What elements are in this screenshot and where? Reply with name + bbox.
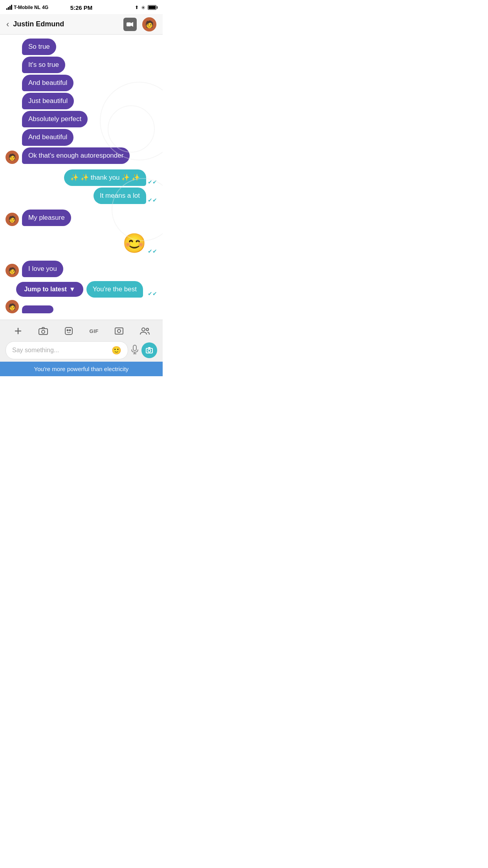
back-button[interactable]: ‹: [6, 19, 9, 29]
people-button[interactable]: [138, 324, 152, 338]
message-bubble: And beautiful: [22, 129, 73, 145]
input-row: Say something... 🙂: [6, 341, 157, 359]
message-bubble: Absolutely perfect: [22, 111, 88, 127]
bluetooth-icon: ✳: [141, 5, 145, 11]
chevron-down-icon: ▼: [69, 286, 75, 293]
message-bubble: And beautiful: [22, 75, 73, 91]
jump-to-latest-button[interactable]: Jump to latest ▼: [16, 282, 83, 297]
contact-avatar-small: 🧑: [6, 300, 19, 313]
svg-point-8: [69, 330, 70, 331]
status-bar: T-Mobile NL 4G 5:26 PM ⬆ ✳: [0, 0, 163, 14]
photo-button[interactable]: [112, 324, 126, 338]
contact-avatar-small: 🧑: [6, 151, 19, 164]
contact-avatar[interactable]: 🧑: [142, 17, 156, 31]
video-call-button[interactable]: [123, 18, 137, 31]
jump-latest-label: Jump to latest: [24, 286, 66, 293]
location-icon: ⬆: [135, 5, 139, 10]
banner-text: You're more powerful than electricity: [34, 366, 129, 372]
chat-title: Justin Edmund: [13, 20, 123, 28]
read-receipt-icon: ✔✔: [148, 291, 157, 297]
svg-point-12: [146, 328, 149, 331]
chat-area: So true It's so true And beautiful Just …: [0, 35, 163, 320]
message-bubble: Just beautiful: [22, 93, 74, 109]
message-bubble: My pleasure: [22, 210, 71, 226]
status-left: T-Mobile NL 4G: [6, 5, 48, 10]
svg-marker-1: [131, 22, 133, 27]
svg-point-11: [142, 328, 145, 331]
msg-row: So true: [6, 39, 157, 55]
svg-point-7: [67, 330, 68, 331]
svg-rect-6: [65, 327, 72, 335]
message-bubble: So true: [22, 39, 56, 55]
svg-rect-13: [133, 345, 136, 351]
battery-indicator: [148, 5, 156, 10]
msg-row: 🧑 I love you: [6, 261, 157, 277]
input-placeholder: Say something...: [12, 347, 110, 354]
camera-send-button[interactable]: [141, 342, 157, 358]
message-input[interactable]: Say something... 🙂: [6, 341, 128, 359]
contact-avatar-small: 🧑: [6, 264, 19, 277]
message-bubble: You're the best: [86, 281, 143, 298]
status-right: ⬆ ✳: [135, 5, 156, 11]
svg-point-10: [117, 329, 121, 333]
add-button[interactable]: [11, 324, 25, 338]
battery-fill: [149, 6, 156, 9]
svg-rect-9: [115, 328, 123, 334]
gif-button[interactable]: GIF: [87, 324, 101, 338]
message-toolbar: GIF Say something... 🙂: [0, 320, 163, 362]
signal-bars: [6, 5, 12, 10]
bottom-banner: You're more powerful than electricity: [0, 362, 163, 376]
read-receipt-icon: ✔✔: [148, 248, 157, 254]
chat-header: ‹ Justin Edmund 🧑: [0, 14, 163, 35]
network-label: 4G: [42, 5, 48, 10]
microphone-button[interactable]: [131, 345, 138, 356]
toolbar-icons: GIF: [6, 324, 157, 338]
message-bubble: I love you: [22, 261, 63, 277]
svg-rect-0: [127, 22, 131, 26]
camera-button[interactable]: [36, 324, 50, 338]
gif-label: GIF: [90, 328, 99, 334]
msg-row: 🧑: [6, 300, 157, 313]
svg-point-17: [148, 349, 151, 352]
svg-point-5: [42, 330, 45, 333]
jump-latest-row: Jump to latest ▼ You're the best ✔✔: [6, 281, 157, 298]
header-icons: 🧑: [123, 17, 156, 31]
message-bubble: [22, 305, 53, 313]
carrier-label: T-Mobile NL: [14, 5, 40, 10]
sticker-button[interactable]: [62, 324, 76, 338]
contact-avatar-small: 🧑: [6, 213, 19, 226]
status-time: 5:26 PM: [70, 4, 93, 11]
message-bubble: It's so true: [22, 57, 65, 73]
emoji-picker-button[interactable]: 🙂: [112, 346, 121, 355]
msg-row: It's so true: [6, 57, 157, 73]
